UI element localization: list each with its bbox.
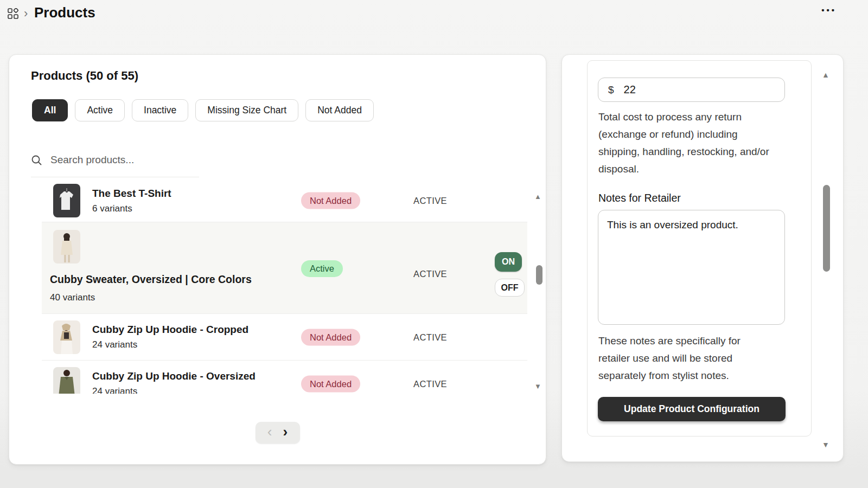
return-cost-field[interactable]: $ [598,78,785,102]
more-options-icon[interactable]: ••• [821,5,837,15]
product-variants: 6 variants [92,203,171,214]
product-list: The Best T-Shirt 6 variants Not Added AC… [42,179,527,394]
toggle-on-button[interactable]: ON [495,252,522,272]
currency-prefix: $ [608,84,614,96]
panel-scroll-down-icon[interactable]: ▼ [822,441,829,448]
search-field[interactable] [31,143,199,177]
filter-tabs: AllActiveInactiveMissing Size ChartNot A… [32,99,374,121]
product-row[interactable]: Cubby Zip Up Hoodie - Cropped 24 variant… [42,314,527,361]
filter-inactive[interactable]: Inactive [132,99,188,121]
product-variants: 24 variants [92,339,248,350]
thumbnail-sweater [53,230,80,264]
size-chart-status-badge: Not Added [301,192,360,209]
product-row[interactable]: The Best T-Shirt 6 variants Not Added AC… [42,179,527,222]
update-configuration-button[interactable]: Update Product Configuration [598,397,786,421]
return-cost-help: Total cost to process any return (exchan… [598,108,775,178]
size-chart-status-badge: Active [301,260,343,277]
product-thumbnail [53,230,80,264]
next-page-button[interactable]: › [283,425,288,439]
product-variants: 24 variants [92,386,256,394]
product-name: Cubby Zip Up Hoodie - Oversized [92,370,256,382]
chevron-right-icon: › [24,7,28,21]
products-panel: Products (50 of 55) AllActiveInactiveMis… [9,54,546,465]
products-count-title: Products (50 of 55) [31,69,138,83]
return-cost-input[interactable] [623,83,766,97]
top-bar: › Products ••• [0,0,868,30]
list-scroll-up-icon[interactable]: ▲ [534,193,541,200]
product-name: Cubby Sweater, Oversized | Core Colors [50,273,252,286]
config-form: $ Total cost to process any return (exch… [587,60,812,436]
product-name: The Best T-Shirt [92,188,171,200]
apps-grid-icon[interactable] [8,8,18,19]
product-variants: 40 variants [50,292,252,303]
notes-label: Notes for Retailer [598,192,681,204]
product-row[interactable]: Cubby Zip Up Hoodie - Oversized 24 varia… [42,361,527,394]
product-thumbnail [53,367,80,394]
list-scrollbar-thumb[interactable] [536,265,542,285]
panel-scrollbar-thumb[interactable] [823,185,830,272]
product-row[interactable]: Cubby Sweater, Oversized | Core Colors 4… [42,222,527,314]
config-panel: $ Total cost to process any return (exch… [561,54,844,462]
filter-not-added[interactable]: Not Added [305,99,374,121]
filter-all[interactable]: All [32,99,68,121]
product-state-label: ACTIVE [413,332,447,342]
size-chart-status-badge: Not Added [301,375,360,392]
filter-missing-size-chart[interactable]: Missing Size Chart [195,99,298,121]
notes-help: These notes are specifically for retaile… [598,332,775,384]
filter-active[interactable]: Active [75,99,125,121]
product-toggle: ON OFF [495,252,527,297]
thumbnail-tshirt [53,184,80,217]
product-state-label: ACTIVE [413,196,447,206]
thumbnail-hoodie-cropped [53,320,80,354]
previous-page-button[interactable]: ‹ [267,425,272,439]
pagination: ‹ › [256,422,300,444]
page-title: Products [34,4,95,21]
product-thumbnail [53,320,80,354]
product-state-label: ACTIVE [413,378,447,389]
thumbnail-hoodie-oversized [53,367,80,394]
toggle-off-button[interactable]: OFF [495,279,525,297]
search-input[interactable] [49,153,187,166]
product-state-label: ACTIVE [413,269,447,279]
panel-scroll-up-icon[interactable]: ▲ [822,71,829,79]
search-icon [31,155,42,166]
list-scroll-down-icon[interactable]: ▼ [534,383,541,390]
retailer-notes-textarea[interactable]: This is an oversized product. [598,210,785,325]
product-thumbnail [53,184,80,217]
size-chart-status-badge: Not Added [301,329,360,345]
product-name: Cubby Zip Up Hoodie - Cropped [92,324,248,336]
